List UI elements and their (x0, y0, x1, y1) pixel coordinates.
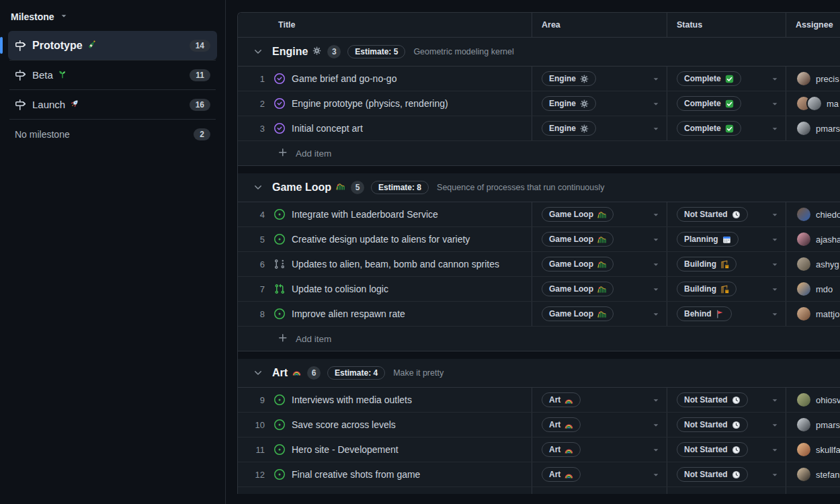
status-pill[interactable]: Not Started (677, 207, 748, 222)
area-cell[interactable]: Game Loop (532, 252, 667, 276)
area-cell[interactable]: Engine (532, 91, 667, 116)
status-pill[interactable]: Complete (677, 121, 741, 136)
avatar[interactable] (797, 393, 810, 407)
status-cell[interactable]: Complete (667, 67, 786, 91)
area-pill[interactable]: Art (542, 392, 581, 407)
assignee-cell[interactable]: stefan (786, 462, 840, 487)
table-row[interactable]: 4 Integrate with Leaderboard Service Gam… (238, 202, 840, 227)
add-item-button[interactable]: Add item (238, 327, 840, 351)
item-title[interactable]: Interviews with media outlets (292, 394, 412, 405)
chevron-down-icon[interactable] (253, 368, 263, 378)
status-cell[interactable]: Complete (667, 91, 786, 116)
status-cell[interactable]: Planning (667, 227, 786, 251)
status-pill[interactable]: Not Started (677, 417, 748, 432)
sidebar-item-prototype[interactable]: Prototype 14 (8, 31, 217, 60)
status-dropdown-icon[interactable] (770, 395, 780, 405)
area-dropdown-icon[interactable] (651, 124, 661, 133)
status-cell[interactable]: Building (667, 277, 786, 301)
area-dropdown-icon[interactable] (651, 74, 661, 83)
table-row[interactable]: 3 Initial concept art Engine Complete pm… (238, 116, 840, 141)
status-dropdown-icon[interactable] (770, 210, 780, 219)
assignee-cell[interactable]: precis (786, 67, 840, 91)
avatar[interactable] (797, 468, 810, 481)
avatar[interactable] (808, 97, 821, 110)
assignee-cell[interactable]: pmars (786, 413, 840, 437)
avatar[interactable] (797, 233, 810, 246)
table-row[interactable]: 12 Final creative shots from game Art No… (238, 462, 840, 487)
avatar[interactable] (797, 208, 810, 221)
status-pill[interactable]: Not Started (677, 442, 748, 457)
area-dropdown-icon[interactable] (651, 99, 661, 108)
status-dropdown-icon[interactable] (770, 99, 780, 108)
status-pill[interactable]: Not Started (677, 467, 748, 482)
status-pill[interactable]: Building (677, 257, 737, 271)
item-title[interactable]: Update to colision logic (292, 284, 388, 294)
sidebar-item-no-milestone[interactable]: No milestone 2 (8, 120, 217, 149)
area-cell[interactable]: Engine (532, 116, 667, 140)
area-cell[interactable]: Art (532, 462, 667, 487)
status-dropdown-icon[interactable] (770, 284, 780, 294)
status-dropdown-icon[interactable] (770, 445, 780, 454)
area-pill[interactable]: Game Loop (542, 306, 614, 321)
table-row[interactable]: 10 Save score across levels Art Not Star… (238, 413, 840, 437)
area-dropdown-icon[interactable] (651, 309, 661, 319)
item-title[interactable]: Updates to alien, beam, bomb and cannon … (292, 259, 499, 269)
avatar[interactable] (797, 282, 810, 296)
area-pill[interactable]: Game Loop (542, 207, 614, 222)
avatar[interactable] (797, 72, 810, 85)
assignee-cell[interactable]: pmars (786, 116, 840, 140)
table-row[interactable]: 8 Improve alien respawn rate Game Loop B… (238, 302, 840, 327)
area-dropdown-icon[interactable] (651, 210, 661, 219)
area-dropdown-icon[interactable] (651, 284, 661, 294)
status-cell[interactable]: Behind (667, 302, 786, 326)
area-pill[interactable]: Engine (542, 121, 596, 136)
status-cell[interactable]: Not Started (667, 437, 786, 462)
area-cell[interactable]: Game Loop (532, 227, 667, 251)
area-pill[interactable]: Game Loop (542, 232, 614, 247)
table-row[interactable]: 7 Update to colision logic Game Loop Bui… (238, 277, 840, 302)
status-dropdown-icon[interactable] (770, 235, 780, 244)
status-pill[interactable]: Complete (677, 71, 741, 86)
status-cell[interactable]: Building (667, 252, 786, 276)
item-title[interactable]: Final creative shots from game (292, 469, 420, 480)
column-header-title[interactable]: Title (238, 13, 532, 37)
status-pill[interactable]: Complete (677, 96, 741, 111)
sidebar-item-beta[interactable]: Beta 11 (8, 60, 217, 89)
assignee-cell[interactable]: chiedo (786, 202, 840, 226)
area-pill[interactable]: Engine (542, 71, 596, 86)
status-dropdown-icon[interactable] (770, 470, 780, 479)
area-cell[interactable]: Art (532, 388, 667, 412)
area-pill[interactable]: Art (542, 467, 581, 482)
area-pill[interactable]: Art (542, 417, 581, 432)
assignee-cell[interactable]: skullfa (786, 437, 840, 462)
area-cell[interactable]: Game Loop (532, 302, 667, 326)
sidebar-item-launch[interactable]: Launch 16 (8, 90, 217, 119)
column-header-assignee[interactable]: Assignee (786, 13, 840, 37)
area-dropdown-icon[interactable] (651, 235, 661, 244)
area-dropdown-icon[interactable] (651, 445, 661, 454)
avatar[interactable] (797, 307, 810, 321)
chevron-down-icon[interactable] (253, 46, 263, 57)
assignee-cell[interactable]: mattjo (786, 302, 840, 326)
area-dropdown-icon[interactable] (651, 259, 661, 269)
status-cell[interactable]: Not Started (667, 202, 786, 226)
area-pill[interactable]: Engine (542, 96, 596, 111)
area-cell[interactable]: Art (532, 437, 667, 462)
status-dropdown-icon[interactable] (770, 74, 780, 83)
item-title[interactable]: Engine prototype (physics, rendering) (292, 98, 448, 109)
add-item-button[interactable]: Add item (238, 141, 840, 166)
area-cell[interactable]: Art (532, 413, 667, 437)
assignee-cell[interactable]: mdo (786, 277, 840, 301)
area-dropdown-icon[interactable] (651, 395, 661, 405)
table-row[interactable]: 11 Hero site - Developement Art Not Star… (238, 437, 840, 462)
area-pill[interactable]: Game Loop (542, 282, 614, 296)
milestone-filter[interactable]: Milestone (0, 11, 225, 22)
avatar[interactable] (797, 122, 810, 135)
column-header-area[interactable]: Area (532, 13, 667, 37)
area-dropdown-icon[interactable] (651, 470, 661, 479)
item-title[interactable]: Improve alien respawn rate (292, 308, 405, 319)
table-row[interactable]: 5 Creative design update to aliens for v… (238, 227, 840, 252)
status-pill[interactable]: Planning (677, 232, 739, 247)
status-pill[interactable]: Building (677, 282, 737, 296)
avatar[interactable] (797, 257, 810, 271)
